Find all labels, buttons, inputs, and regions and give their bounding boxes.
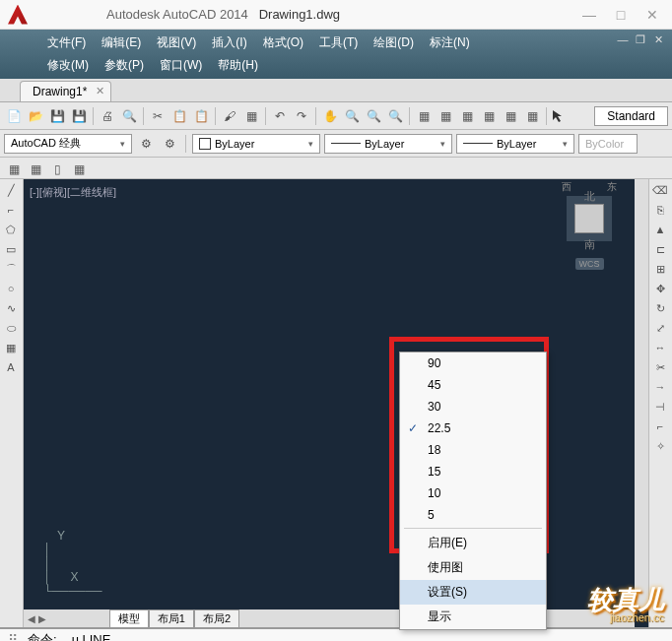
viewcube-south[interactable]: 南	[560, 237, 619, 252]
document-tab[interactable]: Drawing1* ✕	[20, 81, 111, 101]
hatch-tool-icon[interactable]: ▦	[2, 339, 20, 356]
zoom-icon[interactable]: 🔍	[342, 106, 362, 126]
angle-option-45[interactable]: 45	[400, 374, 546, 396]
toolpalette-icon[interactable]: ▦	[457, 106, 477, 126]
menu-format[interactable]: 格式(O)	[255, 32, 311, 54]
menu-modify[interactable]: 修改(M)	[39, 54, 97, 77]
grip-icon[interactable]: ⠿	[8, 632, 28, 642]
menu-help[interactable]: 帮助(H)	[210, 54, 266, 77]
redo-icon[interactable]: ↷	[292, 106, 311, 126]
arc-tool-icon[interactable]: ⌒	[2, 260, 20, 278]
ctx-use-drawing[interactable]: 使用图	[400, 555, 546, 580]
ctx-settings[interactable]: 设置(S)	[400, 580, 546, 605]
workspace-selector[interactable]: AutoCAD 经典 ▾	[4, 134, 132, 154]
ellipse-tool-icon[interactable]: ⬭	[2, 319, 20, 337]
close-button[interactable]: ✕	[640, 5, 664, 25]
ctx-display[interactable]: 显示	[400, 605, 546, 629]
workspace-settings-icon[interactable]: ⚙	[136, 134, 156, 154]
markup-icon[interactable]: ▦	[501, 106, 520, 126]
viewcube-east[interactable]: 东	[607, 180, 617, 194]
vertical-scrollbar[interactable]	[635, 179, 648, 609]
workspace-gear-icon[interactable]: ⚙	[160, 134, 179, 154]
menu-edit[interactable]: 编辑(E)	[94, 32, 149, 54]
stretch-tool-icon[interactable]: ↔	[651, 339, 669, 356]
doc-minimize-button[interactable]: —	[615, 33, 631, 47]
rotate-tool-icon[interactable]: ↻	[651, 299, 669, 317]
offset-tool-icon[interactable]: ⊏	[651, 240, 669, 258]
layout-tab-2[interactable]: 布局2	[194, 609, 239, 628]
menu-insert[interactable]: 插入(I)	[204, 32, 254, 54]
viewcube-face[interactable]	[574, 204, 604, 233]
designcenter-icon[interactable]: ▦	[436, 106, 455, 126]
tab-close-icon[interactable]: ✕	[96, 85, 104, 97]
match-icon[interactable]: 🖌	[220, 106, 239, 126]
linetype-selector[interactable]: ByLayer ▾	[324, 134, 452, 154]
vp-single-icon[interactable]: ▯	[47, 160, 67, 179]
wcs-label[interactable]: WCS	[575, 258, 604, 270]
maximize-button[interactable]: □	[609, 5, 633, 25]
spline-tool-icon[interactable]: ∿	[2, 299, 20, 317]
save-icon[interactable]: 💾	[47, 106, 67, 126]
viewport-label[interactable]: [-][俯视][二维线框]	[30, 185, 116, 200]
extend-tool-icon[interactable]: →	[651, 378, 669, 396]
layer-selector[interactable]: ByLayer ▾	[192, 134, 320, 154]
circle-tool-icon[interactable]: ○	[2, 280, 20, 297]
menu-tools[interactable]: 工具(T)	[311, 32, 366, 54]
angle-option-5[interactable]: 5	[400, 504, 546, 526]
text-style-selector[interactable]: Standard	[594, 106, 668, 126]
sheetset-icon[interactable]: ▦	[479, 106, 499, 126]
copy-tool-icon[interactable]: ⎘	[651, 201, 669, 219]
vp-named-icon[interactable]: ▦	[26, 160, 45, 179]
print-icon[interactable]: 🖨	[98, 106, 117, 126]
open-icon[interactable]: 📂	[26, 106, 45, 126]
mirror-tool-icon[interactable]: ▲	[651, 221, 669, 238]
menu-file[interactable]: 文件(F)	[39, 32, 94, 54]
color-selector[interactable]: ByColor	[578, 134, 638, 154]
angle-option-10[interactable]: 10	[400, 482, 546, 504]
angle-option-15[interactable]: 15	[400, 461, 546, 482]
new-icon[interactable]: 📄	[4, 106, 24, 126]
scale-tool-icon[interactable]: ⤢	[651, 319, 669, 337]
menu-view[interactable]: 视图(V)	[149, 32, 204, 54]
preview-icon[interactable]: 🔍	[119, 106, 139, 126]
cut-icon[interactable]: ✂	[148, 106, 168, 126]
doc-restore-button[interactable]: ❐	[633, 33, 648, 47]
lineweight-selector[interactable]: ByLayer ▾	[456, 134, 574, 154]
rect-tool-icon[interactable]: ▭	[2, 240, 20, 258]
menu-dimension[interactable]: 标注(N)	[422, 32, 478, 54]
copy-icon[interactable]: 📋	[169, 106, 189, 126]
pan-icon[interactable]: ✋	[320, 106, 340, 126]
undo-icon[interactable]: ↶	[270, 106, 290, 126]
layout-tab-1[interactable]: 布局1	[149, 609, 194, 628]
block-icon[interactable]: ▦	[241, 106, 261, 126]
menu-draw[interactable]: 绘图(D)	[366, 32, 422, 54]
menu-window[interactable]: 窗口(W)	[152, 54, 210, 77]
drawing-canvas[interactable]: [-][俯视][二维线框] 北 西 东 南 WCS Y │││ X └─────…	[24, 179, 648, 627]
doc-close-button[interactable]: ✕	[650, 33, 666, 47]
pline-tool-icon[interactable]: ⌐	[2, 201, 20, 219]
angle-option-22-5[interactable]: ✓ 22.5	[400, 417, 546, 439]
saveas-icon[interactable]: 💾	[69, 106, 89, 126]
vp-join-icon[interactable]: ▦	[69, 160, 89, 179]
ctx-enable[interactable]: 启用(E)	[400, 531, 546, 555]
angle-option-30[interactable]: 30	[400, 396, 546, 417]
erase-tool-icon[interactable]: ⌫	[651, 181, 669, 199]
calc-icon[interactable]: ▦	[522, 106, 542, 126]
polygon-tool-icon[interactable]: ⬠	[2, 221, 20, 238]
zoom-prev-icon[interactable]: 🔍	[385, 106, 405, 126]
viewcube-west[interactable]: 西	[562, 180, 571, 194]
break-tool-icon[interactable]: ⊣	[651, 398, 669, 416]
properties-icon[interactable]: ▦	[414, 106, 434, 126]
paste-icon[interactable]: 📋	[191, 106, 211, 126]
array-tool-icon[interactable]: ⊞	[651, 260, 669, 278]
explode-tool-icon[interactable]: ✧	[651, 437, 669, 455]
line-tool-icon[interactable]: ╱	[2, 181, 20, 199]
vp-config-icon[interactable]: ▦	[4, 160, 24, 179]
fillet-tool-icon[interactable]: ⌐	[651, 417, 669, 435]
minimize-button[interactable]: —	[577, 5, 601, 25]
text-tool-icon[interactable]: A	[2, 358, 20, 376]
trim-tool-icon[interactable]: ✂	[651, 358, 669, 376]
angle-option-90[interactable]: 90	[400, 353, 546, 374]
layout-tab-model[interactable]: 模型	[109, 609, 149, 628]
menu-parametric[interactable]: 参数(P)	[97, 54, 152, 77]
